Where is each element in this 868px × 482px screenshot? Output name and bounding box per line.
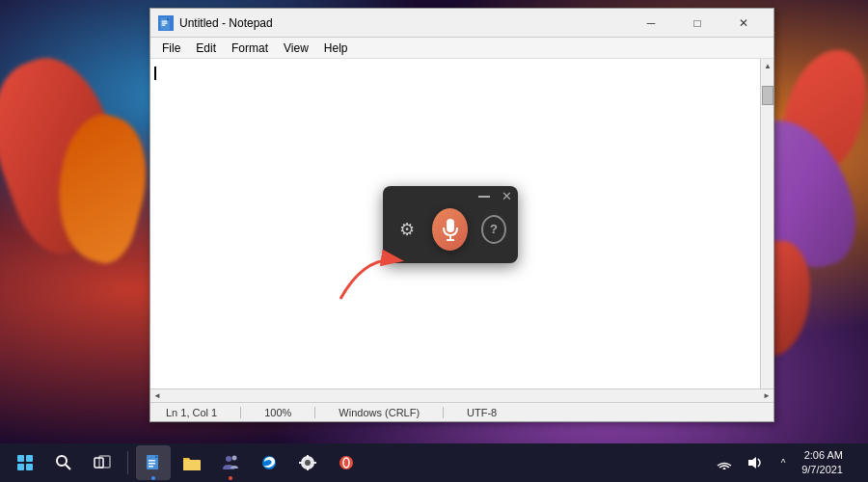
svg-rect-19	[149, 466, 153, 468]
svg-rect-10	[17, 464, 24, 470]
taskbar-sep-1	[127, 451, 128, 474]
svg-point-21	[226, 456, 231, 462]
voice-settings-button[interactable]: ⚙	[394, 215, 419, 244]
status-zoom: 100%	[257, 407, 299, 418]
svg-rect-4	[447, 219, 454, 232]
status-sep-2	[314, 407, 315, 418]
minimize-button[interactable]: ─	[629, 9, 673, 38]
menu-format[interactable]: Format	[224, 40, 276, 57]
svg-rect-11	[26, 464, 33, 470]
svg-rect-9	[26, 455, 33, 462]
voice-popup-close[interactable]: ✕	[502, 190, 512, 202]
maximize-button[interactable]: □	[675, 9, 719, 38]
svg-point-25	[305, 460, 311, 466]
taskbar-edge[interactable]	[252, 445, 286, 480]
taskbar-clock[interactable]: 2:06 AM 9/7/2021	[796, 448, 849, 478]
scroll-thumb[interactable]	[762, 86, 773, 105]
task-view-button[interactable]	[85, 445, 120, 480]
notepad-app-icon	[158, 15, 174, 31]
taskbar-time: 2:06 AM	[801, 448, 843, 463]
status-bar: Ln 1, Col 1 100% Windows (CRLF) UTF-8	[150, 402, 773, 421]
menu-help[interactable]: Help	[316, 40, 356, 57]
scroll-up-arrow[interactable]: ▲	[761, 59, 773, 72]
close-button[interactable]: ✕	[721, 9, 766, 38]
taskbar-settings[interactable]	[290, 445, 325, 480]
scrollbar-vertical[interactable]: ▲	[760, 59, 773, 388]
minimize-line	[478, 196, 490, 198]
svg-rect-28	[299, 462, 302, 464]
svg-line-13	[66, 465, 70, 469]
taskbar-teams[interactable]	[213, 445, 248, 480]
menu-edit[interactable]: Edit	[188, 40, 224, 57]
network-icon[interactable]	[713, 445, 736, 480]
svg-rect-3	[162, 24, 166, 25]
taskbar-notepad[interactable]	[136, 445, 171, 480]
taskbar: ^ 2:06 AM 9/7/2021	[0, 443, 868, 482]
text-cursor	[154, 67, 156, 80]
svg-point-22	[232, 456, 237, 461]
svg-rect-20	[183, 460, 201, 470]
scroll-left-arrow[interactable]: ◄	[150, 389, 164, 403]
voice-input-popup: ✕ ⚙ ?	[383, 186, 518, 263]
svg-marker-33	[748, 457, 756, 469]
svg-rect-26	[307, 455, 309, 458]
status-encoding: UTF-8	[459, 407, 504, 418]
status-line-endings: Windows (CRLF)	[331, 407, 427, 418]
system-tray-expand[interactable]: ^	[774, 445, 792, 480]
microphone-icon	[441, 218, 460, 241]
taskbar-active-dot	[151, 476, 155, 480]
volume-icon[interactable]	[744, 445, 767, 480]
svg-rect-27	[307, 468, 309, 470]
notification-area: ^	[713, 445, 792, 480]
menu-bar: File Edit Format View Help	[150, 38, 773, 59]
start-button[interactable]	[8, 445, 42, 480]
taskbar-explorer[interactable]	[175, 445, 209, 480]
svg-rect-17	[149, 460, 155, 462]
scrollbar-horizontal[interactable]: ◄ ►	[150, 388, 773, 402]
menu-view[interactable]: View	[276, 40, 316, 57]
status-sep-1	[240, 407, 241, 418]
menu-file[interactable]: File	[154, 40, 188, 57]
taskbar-notification-dot	[229, 476, 232, 480]
svg-rect-29	[313, 462, 316, 464]
voice-help-button[interactable]: ?	[481, 215, 506, 244]
svg-point-12	[57, 456, 67, 466]
svg-rect-18	[149, 463, 155, 465]
scroll-htrack	[164, 389, 760, 403]
taskbar-date: 9/7/2021	[801, 463, 843, 477]
window-controls: ─ □ ✕	[629, 9, 766, 38]
status-sep-3	[443, 407, 444, 418]
svg-rect-2	[162, 22, 168, 23]
voice-popup-minimize[interactable]	[475, 191, 494, 202]
title-bar: Untitled - Notepad ─ □ ✕	[150, 9, 773, 38]
search-button[interactable]	[46, 445, 81, 480]
taskbar-right-area: ^ 2:06 AM 9/7/2021	[713, 445, 860, 480]
microphone-button[interactable]	[432, 208, 468, 251]
window-title: Untitled - Notepad	[179, 16, 629, 30]
show-desktop-button[interactable]	[853, 445, 860, 480]
scroll-right-arrow[interactable]: ►	[760, 389, 773, 403]
voice-popup-titlebar: ✕	[383, 186, 518, 202]
taskbar-opera[interactable]	[329, 445, 364, 480]
status-position: Ln 1, Col 1	[158, 407, 225, 418]
svg-rect-8	[17, 455, 24, 462]
svg-rect-1	[162, 20, 168, 21]
voice-popup-body: ⚙ ?	[383, 202, 518, 263]
svg-point-32	[723, 468, 726, 469]
